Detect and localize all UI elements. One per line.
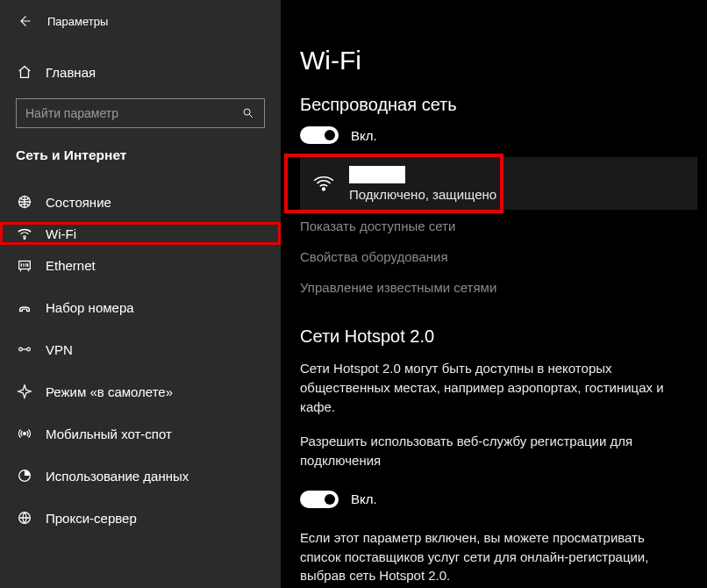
wifi-toggle[interactable] [300,126,339,144]
proxy-icon [16,509,33,527]
hotspot-description-2: Разрешить использовать веб-службу регист… [300,432,679,470]
current-network-row: Подключено, защищено [300,157,679,210]
window-title: Параметры [47,15,108,28]
status-icon [16,193,33,211]
sidebar-item-datausage[interactable]: Использование данных [0,455,281,497]
wifi-toggle-label: Вкл. [351,128,377,143]
hotspot-description-1: Сети Hotspot 2.0 могут быть доступны в н… [300,359,679,416]
sidebar-nav: Состояние Wi-Fi Ethernet Набор номера [0,181,281,539]
svg-point-5 [27,348,31,351]
sidebar-item-vpn[interactable]: VPN [0,328,281,370]
ethernet-icon [16,256,33,274]
svg-rect-3 [19,262,31,269]
sidebar-item-home[interactable]: Главная [0,54,281,90]
network-ssid [349,166,405,183]
sidebar-item-wifi[interactable]: Wi-Fi [3,225,278,242]
section-title-network: Сеть и Интернет [0,147,281,163]
sidebar-item-label: Использование данных [46,469,189,484]
link-hardware-properties[interactable]: Свойства оборудования [300,249,679,264]
sidebar-item-label: Набор номера [46,300,134,315]
sidebar-item-airplane[interactable]: Режим «в самолете» [0,370,281,412]
wifi-toggle-row: Вкл. [300,122,679,148]
svg-point-0 [244,109,250,115]
window-titlebar: Параметры [0,7,281,35]
sidebar-item-label: Режим «в самолете» [46,384,173,399]
hotspot-header: Сети Hotspot 2.0 [300,326,679,347]
wireless-header: Беспроводная сеть [300,95,679,115]
hotspot-toggle[interactable] [300,491,339,508]
page-title: Wi-Fi [300,46,679,75]
highlight-box-wifi: Wi-Fi [0,222,281,245]
sidebar-item-hotspot[interactable]: Мобильный хот-спот [0,412,281,455]
wifi-icon [16,225,33,242]
hotspot-toggle-row: Вкл. [300,486,679,513]
sidebar-item-label: Состояние [46,195,111,210]
sidebar-item-label: Мобильный хот-спот [46,427,172,441]
sidebar-item-label: Прокси-сервер [46,511,137,526]
network-status: Подключено, защищено [349,187,496,202]
search-icon [241,106,255,120]
sidebar-item-label: Ethernet [46,258,96,273]
datausage-icon [16,467,33,484]
link-manage-known-networks[interactable]: Управление известными сетями [300,280,679,295]
hotspot-icon [16,425,33,442]
search-input[interactable] [25,106,241,120]
hotspot-toggle-label: Вкл. [351,491,377,506]
current-network-card[interactable]: Подключено, защищено [300,157,697,210]
svg-point-2 [24,238,25,240]
svg-point-6 [24,433,26,435]
sidebar-item-dialup[interactable]: Набор номера [0,286,281,328]
vpn-icon [16,341,33,358]
link-show-networks[interactable]: Показать доступные сети [300,219,679,233]
wifi-signal-icon [312,172,335,195]
main-panel: Wi-Fi Беспроводная сеть Вкл. Подключено,… [281,0,707,588]
sidebar-item-label: Главная [46,65,96,80]
sidebar-item-ethernet[interactable]: Ethernet [0,244,281,286]
svg-point-9 [323,188,325,190]
back-icon[interactable] [16,12,33,30]
dialup-icon [16,298,33,316]
sidebar-item-label: VPN [46,342,73,357]
sidebar-item-proxy[interactable]: Прокси-сервер [0,497,281,539]
sidebar: Параметры Главная Сеть и Интернет Состоя… [0,0,281,588]
svg-point-4 [19,348,23,351]
airplane-icon [16,383,33,400]
sidebar-item-label: Wi-Fi [46,226,76,241]
hotspot-description-3: Если этот параметр включен, вы можете пр… [300,528,679,585]
search-settings-field[interactable] [16,98,265,128]
sidebar-item-status[interactable]: Состояние [0,181,281,223]
home-icon [16,63,33,81]
